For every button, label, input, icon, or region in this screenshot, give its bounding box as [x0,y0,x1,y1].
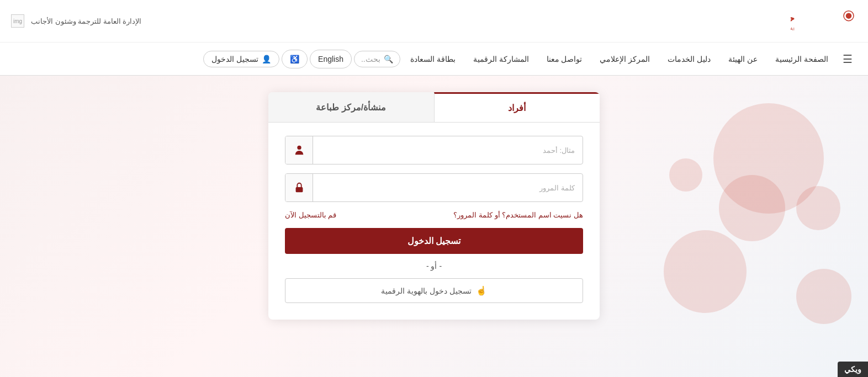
bg-circle-3 [796,186,840,230]
password-input-group [285,173,583,202]
hamburger-menu-icon[interactable]: ☰ [838,52,857,66]
digital-id-label: تسجيل دخول بالهوية الرقمية [381,286,472,295]
nav-item-digital[interactable]: المشاركة الرقمية [465,50,537,68]
register-now-link[interactable]: قم بالتسجيل الآن [285,211,336,219]
main-content: أفراد منشأة/مركز طباعة [0,76,868,377]
accessibility-button[interactable]: ♿ [282,50,308,68]
username-input[interactable] [313,139,583,161]
header-organization-text: الإدارة العامة للترجمة وشئون الأجانب [31,17,141,25]
password-input[interactable] [313,177,583,199]
nav-item-services[interactable]: دليل الخدمات [660,50,718,68]
tab-individuals[interactable]: أفراد [434,92,600,122]
or-divider: - أو - [285,262,583,270]
navbar: ☰ الصفحة الرئيسية عن الهيئة دليل الخدمات… [0,43,868,76]
svg-rect-5 [295,187,303,192]
login-submit-button[interactable]: تسجيل الدخول [285,228,583,254]
logo-svg: حكومة دبي GOVERNMENT OF DUBAI [791,4,857,38]
logo-area: حكومة دبي GOVERNMENT OF DUBAI [791,4,857,38]
nav-item-contact[interactable]: تواصل معنا [539,50,590,68]
tab-business[interactable]: منشأة/مركز طباعة [268,92,434,122]
wiki-badge: ويكي [838,362,868,377]
nav-item-about[interactable]: عن الهيئة [721,50,765,68]
nav-item-home[interactable]: الصفحة الرئيسية [768,50,836,68]
search-placeholder-text: بحث.. [361,55,380,63]
bg-circle-5 [669,158,702,192]
login-card: أفراد منشأة/مركز طباعة [268,92,600,320]
nav-item-media[interactable]: المركز الإعلامي [592,50,658,68]
username-input-group [285,136,583,164]
language-label: English [318,55,343,63]
search-bar[interactable]: 🔍 بحث.. [354,51,400,67]
user-icon: 👤 [262,55,271,63]
nav-item-happiness[interactable]: بطاقة السعادة [403,50,463,68]
digital-id-login-button[interactable]: ☝ تسجيل دخول بالهوية الرقمية [285,278,583,303]
header-top: حكومة دبي GOVERNMENT OF DUBAI الإدارة ال… [0,0,868,43]
accessibility-icon: ♿ [290,55,299,63]
forgot-credentials-link[interactable]: هل نسيت اسم المستخدم؟ أو كلمة المرور؟ [453,211,583,219]
bg-circle-2 [719,175,785,241]
bg-circle-4 [664,230,747,313]
language-switcher[interactable]: English [310,50,352,68]
search-icon: 🔍 [384,55,393,63]
forgot-register-row: هل نسيت اسم المستخدم؟ أو كلمة المرور؟ قم… [285,211,583,219]
user-field-icon [285,136,313,164]
fingerprint-icon: ☝ [476,285,487,296]
login-button-nav[interactable]: 👤 تسجيل الدخول [203,51,279,67]
login-form: هل نسيت اسم المستخدم؟ أو كلمة المرور؟ قم… [268,123,600,320]
svg-point-4 [297,146,301,150]
login-tabs: أفراد منشأة/مركز طباعة [268,92,600,123]
bg-circle-6 [796,269,851,324]
lock-field-icon [285,174,313,201]
svg-point-3 [846,13,852,19]
svg-text:GOVERNMENT OF DUBAI: GOVERNMENT OF DUBAI [791,26,795,31]
header-broken-image: img [11,14,24,28]
login-label-nav: تسجيل الدخول [211,55,258,63]
svg-text:حكومة دبي: حكومة دبي [791,12,795,25]
